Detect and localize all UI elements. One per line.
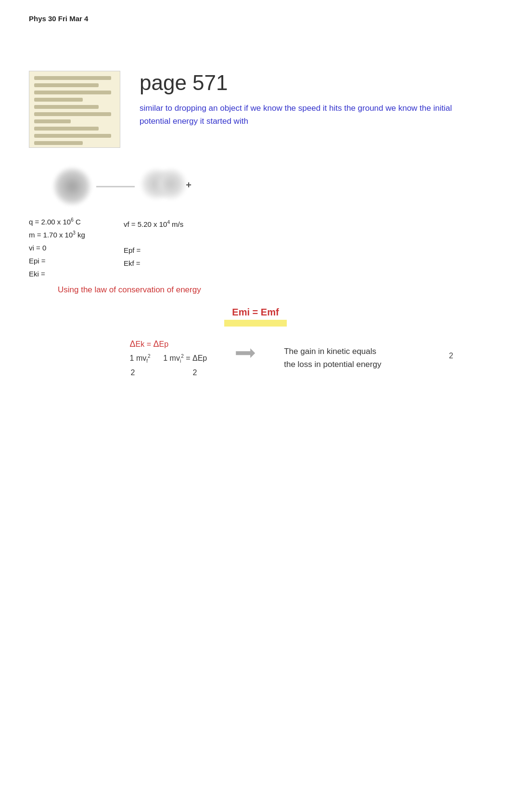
charge-value: q = 2.00 x 106 C <box>29 215 85 228</box>
delta-ek-eq: ΔEk = ΔEp <box>130 336 207 352</box>
blue-description: similar to dropping an object if we know… <box>140 102 482 128</box>
conservation-label: Using the law of conservation of energy <box>58 285 482 295</box>
page-number-label: page 571 <box>140 71 482 95</box>
thumb-line <box>34 76 111 80</box>
arrow-container <box>236 348 255 358</box>
left-circle <box>53 167 91 206</box>
mv-equation: 1 mvf2 1 mvi2 = ΔEp <box>130 352 207 366</box>
mass-value: m = 1.70 x 103 kg <box>29 228 85 241</box>
kinetic-description: The gain in kinetic equals the loss in p… <box>284 345 381 371</box>
vf-value: vf = 5.20 x 104 m/s <box>124 218 183 231</box>
emi-emf-equation: Emi = Emf <box>232 307 279 318</box>
top-section: page 571 similar to dropping an object i… <box>29 71 482 148</box>
connector-line <box>96 186 135 187</box>
double-circle: + <box>140 167 192 206</box>
data-section: q = 2.00 x 106 C m = 1.70 x 103 kg vi = … <box>29 215 482 280</box>
thumb-line <box>34 112 111 116</box>
epf-value: Epf = <box>124 244 183 257</box>
equation-block: ΔEk = ΔEp 1 mvf2 1 mvi2 = ΔEp 2 2 <box>130 336 207 380</box>
double-circle-right <box>154 167 188 201</box>
thumb-line <box>34 127 99 131</box>
thumb-line <box>34 119 71 123</box>
eki-value: Eki = <box>29 267 85 280</box>
thumb-line <box>34 105 99 109</box>
thumb-line <box>34 91 111 94</box>
thumb-line <box>34 134 111 138</box>
right-data-block: vf = 5.20 x 104 m/s Epf = Ekf = <box>124 218 183 270</box>
thumbnail-content <box>29 71 120 148</box>
epi-value: Epi = <box>29 254 85 267</box>
plus-icon: + <box>186 180 192 191</box>
vi-value: vi = 0 <box>29 241 85 254</box>
circles-row: + <box>53 167 482 206</box>
diagram-section: + q = 2.00 x 106 C m = 1.70 x 103 kg vi … <box>29 167 482 380</box>
thumb-line <box>34 98 83 102</box>
right-arrow-icon <box>236 348 255 358</box>
denominators: 2 2 <box>131 366 207 380</box>
page-text-block: page 571 similar to dropping an object i… <box>140 71 482 128</box>
thumb-line <box>34 83 99 87</box>
header-title: Phys 30 Fri Mar 4 <box>29 14 482 23</box>
highlight-bar <box>224 320 287 327</box>
energy-equations: ΔEk = ΔEp 1 mvf2 1 mvi2 = ΔEp 2 2 <box>130 336 382 380</box>
page-thumbnail <box>29 71 120 148</box>
ekf-value: Ekf = <box>124 257 183 270</box>
page-number-bottom: 2 <box>449 352 453 360</box>
left-data-block: q = 2.00 x 106 C m = 1.70 x 103 kg vi = … <box>29 215 85 280</box>
equations-section: Emi = Emf ΔEk = ΔEp 1 mvf2 1 mvi2 = ΔEp … <box>29 307 482 380</box>
thumb-line <box>34 141 83 145</box>
